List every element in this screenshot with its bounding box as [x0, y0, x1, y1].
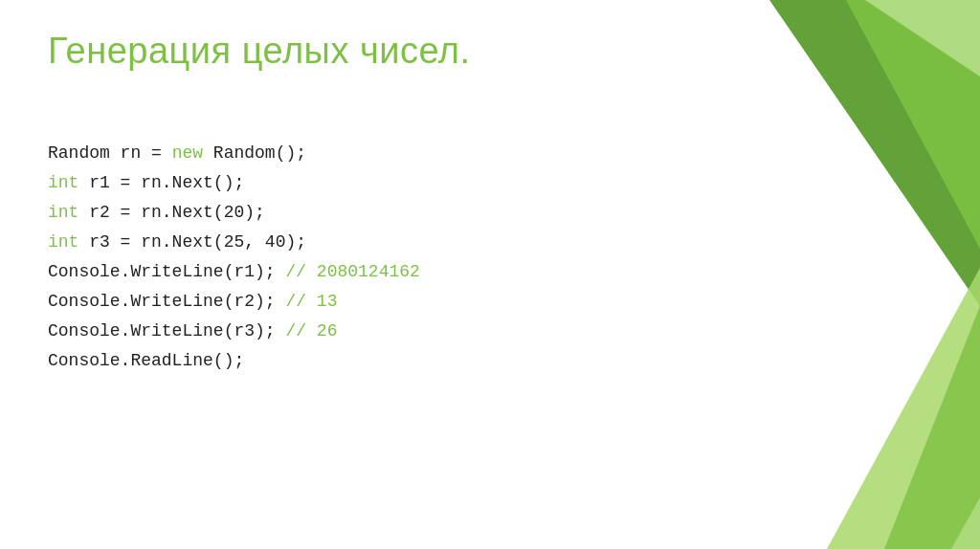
code-line-2: int r1 = rn.Next(); [48, 168, 420, 198]
code-text: Random rn = [48, 143, 172, 163]
code-text: r3 = rn.Next(25, 40); [78, 232, 306, 252]
keyword-int-2: int [48, 203, 78, 222]
code-text: Random(); [203, 143, 306, 163]
keyword-new: new [172, 143, 203, 163]
code-line-1: Random rn = new Random(); [48, 139, 420, 168]
svg-marker-0 [769, 0, 980, 306]
svg-marker-1 [846, 0, 980, 249]
code-line-8: Console.ReadLine(); [48, 346, 420, 376]
comment-2: // 13 [285, 292, 337, 311]
comment-3: // 26 [285, 321, 337, 340]
code-line-4: int r3 = rn.Next(25, 40); [48, 228, 420, 257]
code-text: r2 = rn.Next(20); [78, 203, 264, 222]
decoration [655, 0, 980, 549]
code-block: Random rn = new Random(); int r1 = rn.Ne… [48, 139, 420, 376]
slide: Генерация целых чисел. Random rn = new R… [0, 0, 980, 549]
page-title: Генерация целых чисел. [48, 31, 471, 72]
svg-marker-3 [884, 306, 980, 549]
svg-marker-4 [865, 0, 980, 77]
keyword-int-3: int [48, 232, 78, 252]
code-text: r1 = rn.Next(); [78, 173, 244, 192]
code-line-3: int r2 = rn.Next(20); [48, 198, 420, 228]
code-line-7: Console.WriteLine(r3); // 26 [48, 317, 420, 346]
svg-marker-2 [827, 191, 980, 549]
code-line-5: Console.WriteLine(r1); // 2080124162 [48, 257, 420, 287]
code-text: Console.WriteLine(r2); [48, 292, 285, 311]
code-text: Console.WriteLine(r3); [48, 321, 285, 340]
comment-1: // 2080124162 [285, 262, 419, 281]
svg-marker-5 [951, 497, 980, 549]
code-text: Console.WriteLine(r1); [48, 262, 285, 281]
code-line-6: Console.WriteLine(r2); // 13 [48, 287, 420, 317]
code-text: Console.ReadLine(); [48, 351, 244, 370]
keyword-int-1: int [48, 173, 78, 192]
